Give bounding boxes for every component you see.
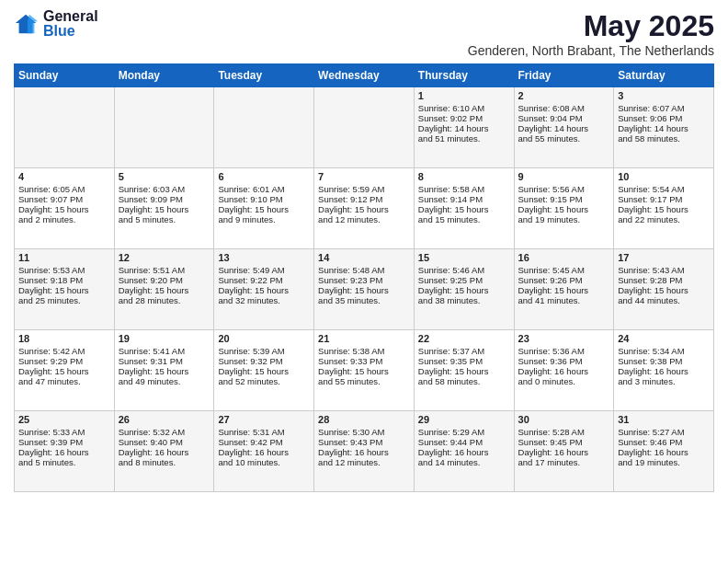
- calendar-cell: 21Sunrise: 5:38 AMSunset: 9:33 PMDayligh…: [314, 330, 415, 411]
- day-content: Sunset: 9:06 PM: [618, 113, 710, 123]
- calendar-cell: 3Sunrise: 6:07 AMSunset: 9:06 PMDaylight…: [614, 87, 714, 168]
- day-content: Sunset: 9:42 PM: [218, 437, 310, 447]
- day-content: Sunrise: 5:41 AM: [119, 346, 210, 356]
- day-content: Daylight: 15 hours: [18, 285, 110, 295]
- svg-marker-1: [28, 15, 38, 34]
- day-content: Sunrise: 6:01 AM: [218, 184, 310, 194]
- day-content: and 41 minutes.: [518, 295, 610, 305]
- day-content: Sunset: 9:20 PM: [119, 275, 210, 285]
- month-title: May 2025: [468, 9, 714, 43]
- day-content: Sunset: 9:10 PM: [218, 194, 310, 204]
- day-number: 7: [318, 171, 410, 182]
- day-content: and 22 minutes.: [618, 214, 710, 224]
- day-content: Sunrise: 5:39 AM: [218, 346, 310, 356]
- day-content: Daylight: 15 hours: [218, 204, 310, 214]
- day-content: Sunset: 9:35 PM: [418, 356, 510, 366]
- day-content: Sunset: 9:07 PM: [18, 194, 110, 204]
- calendar-cell: 1Sunrise: 6:10 AMSunset: 9:02 PMDaylight…: [414, 87, 514, 168]
- day-content: and 38 minutes.: [418, 295, 510, 305]
- calendar-cell: 6Sunrise: 6:01 AMSunset: 9:10 PMDaylight…: [214, 168, 314, 249]
- day-content: and 55 minutes.: [518, 133, 610, 144]
- day-number: 22: [418, 333, 510, 344]
- calendar-cell: 2Sunrise: 6:08 AMSunset: 9:04 PMDaylight…: [514, 87, 614, 168]
- header-row: SundayMondayTuesdayWednesdayThursdayFrid…: [15, 64, 714, 87]
- day-content: and 35 minutes.: [318, 295, 410, 305]
- day-content: Sunrise: 5:31 AM: [218, 427, 310, 437]
- day-number: 2: [518, 90, 610, 101]
- header-day: Tuesday: [214, 64, 314, 87]
- calendar-cell: 7Sunrise: 5:59 AMSunset: 9:12 PMDaylight…: [314, 168, 415, 249]
- calendar-table: SundayMondayTuesdayWednesdayThursdayFrid…: [14, 63, 714, 492]
- calendar-cell: 19Sunrise: 5:41 AMSunset: 9:31 PMDayligh…: [114, 330, 214, 411]
- day-content: Sunrise: 5:45 AM: [518, 265, 610, 275]
- day-number: 5: [119, 171, 210, 182]
- header-day: Sunday: [15, 64, 115, 87]
- day-content: and 19 minutes.: [618, 457, 710, 467]
- day-content: Sunrise: 5:32 AM: [119, 427, 210, 437]
- day-number: 18: [18, 333, 110, 344]
- day-content: Sunset: 9:31 PM: [119, 356, 210, 366]
- day-number: 6: [218, 171, 310, 182]
- day-content: and 2 minutes.: [18, 214, 110, 224]
- calendar-row: 4Sunrise: 6:05 AMSunset: 9:07 PMDaylight…: [15, 168, 714, 249]
- day-content: Sunset: 9:28 PM: [618, 275, 710, 285]
- calendar-cell: 10Sunrise: 5:54 AMSunset: 9:17 PMDayligh…: [614, 168, 714, 249]
- day-content: Sunset: 9:33 PM: [318, 356, 410, 366]
- header-day: Saturday: [614, 64, 714, 87]
- day-content: Daylight: 15 hours: [119, 285, 210, 295]
- day-number: 3: [618, 90, 710, 101]
- day-number: 28: [318, 414, 410, 425]
- day-content: Daylight: 16 hours: [318, 447, 410, 457]
- day-content: Daylight: 15 hours: [18, 366, 110, 376]
- day-content: Sunrise: 5:46 AM: [418, 265, 510, 275]
- calendar-cell: 25Sunrise: 5:33 AMSunset: 9:39 PMDayligh…: [15, 411, 115, 492]
- day-content: Sunrise: 5:48 AM: [318, 265, 410, 275]
- day-content: Daylight: 14 hours: [418, 123, 510, 133]
- day-content: Sunrise: 5:27 AM: [618, 427, 710, 437]
- calendar-cell: 28Sunrise: 5:30 AMSunset: 9:43 PMDayligh…: [314, 411, 415, 492]
- calendar-cell: 16Sunrise: 5:45 AMSunset: 9:26 PMDayligh…: [514, 249, 614, 330]
- calendar-cell: [15, 87, 115, 168]
- day-number: 1: [418, 90, 510, 101]
- day-content: Sunset: 9:17 PM: [618, 194, 710, 204]
- day-content: Daylight: 15 hours: [618, 204, 710, 214]
- day-content: and 32 minutes.: [218, 295, 310, 305]
- day-number: 17: [618, 252, 710, 263]
- day-number: 26: [119, 414, 210, 425]
- day-number: 21: [318, 333, 410, 344]
- day-content: Sunset: 9:43 PM: [318, 437, 410, 447]
- calendar-cell: 17Sunrise: 5:43 AMSunset: 9:28 PMDayligh…: [614, 249, 714, 330]
- day-content: Daylight: 15 hours: [318, 204, 410, 214]
- day-content: Daylight: 16 hours: [618, 366, 710, 376]
- day-content: Sunrise: 5:58 AM: [418, 184, 510, 194]
- day-content: Sunrise: 6:03 AM: [119, 184, 210, 194]
- day-content: and 47 minutes.: [18, 376, 110, 386]
- calendar-row: 11Sunrise: 5:53 AMSunset: 9:18 PMDayligh…: [15, 249, 714, 330]
- day-content: Daylight: 15 hours: [418, 366, 510, 376]
- calendar-row: 18Sunrise: 5:42 AMSunset: 9:29 PMDayligh…: [15, 330, 714, 411]
- logo-text: General Blue: [43, 9, 98, 39]
- day-number: 15: [418, 252, 510, 263]
- day-number: 31: [618, 414, 710, 425]
- day-number: 13: [218, 252, 310, 263]
- day-content: and 58 minutes.: [618, 133, 710, 144]
- calendar-cell: 5Sunrise: 6:03 AMSunset: 9:09 PMDaylight…: [114, 168, 214, 249]
- day-content: Daylight: 15 hours: [218, 285, 310, 295]
- day-number: 14: [318, 252, 410, 263]
- day-content: Sunrise: 5:28 AM: [518, 427, 610, 437]
- day-content: Sunrise: 6:08 AM: [518, 103, 610, 113]
- day-content: Sunset: 9:29 PM: [18, 356, 110, 366]
- location: Genderen, North Brabant, The Netherlands: [468, 43, 714, 58]
- day-content: Daylight: 15 hours: [418, 285, 510, 295]
- day-content: and 12 minutes.: [318, 214, 410, 224]
- day-content: Sunrise: 5:51 AM: [119, 265, 210, 275]
- day-number: 16: [518, 252, 610, 263]
- day-content: Daylight: 16 hours: [418, 447, 510, 457]
- day-content: Sunrise: 5:53 AM: [18, 265, 110, 275]
- calendar-cell: 30Sunrise: 5:28 AMSunset: 9:45 PMDayligh…: [514, 411, 614, 492]
- logo-general: General: [43, 9, 98, 24]
- calendar-header: SundayMondayTuesdayWednesdayThursdayFrid…: [15, 64, 714, 87]
- day-content: Sunset: 9:04 PM: [518, 113, 610, 123]
- day-content: and 15 minutes.: [418, 214, 510, 224]
- day-content: Daylight: 15 hours: [18, 204, 110, 214]
